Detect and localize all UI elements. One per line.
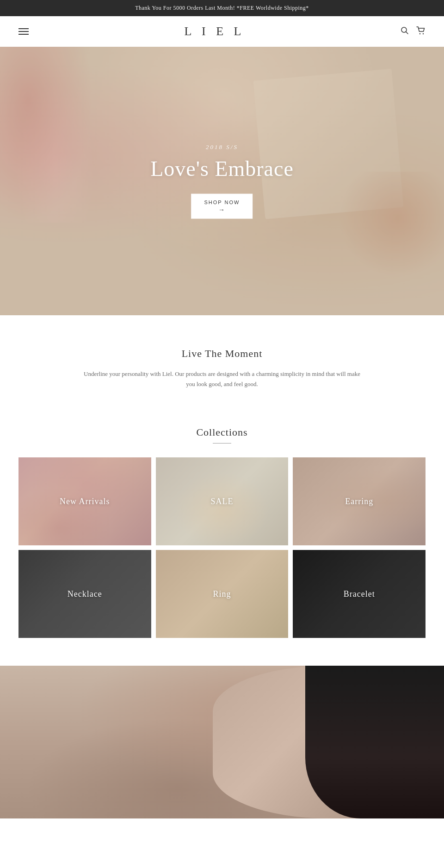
collection-label-new-arrivals: New Arrivals <box>18 457 151 545</box>
tagline-title: Live The Moment <box>18 348 426 360</box>
hero-title: Love's Embrace <box>150 156 294 181</box>
hamburger-line-2 <box>18 31 29 32</box>
header-right <box>401 26 426 37</box>
collections-grid: New Arrivals SALE Earring Necklace Ring <box>18 457 426 638</box>
hamburger-line-3 <box>18 34 29 35</box>
svg-point-3 <box>423 33 424 34</box>
banner-text: Thank You For 5000 Orders Last Month! *F… <box>135 5 309 11</box>
collections-title: Collections <box>18 426 426 438</box>
cart-icon[interactable] <box>416 26 426 37</box>
collection-item-earring[interactable]: Earring <box>293 457 426 545</box>
hamburger-line-1 <box>18 28 29 29</box>
hero-content: 2018 S/S Love's Embrace SHOP NOW → <box>150 144 294 219</box>
collection-label-bracelet: Bracelet <box>293 550 426 638</box>
tagline-description: Underline your personality with Liel. Ou… <box>83 369 361 389</box>
hamburger-menu-button[interactable] <box>18 28 29 35</box>
tagline-section: Live The Moment Underline your personali… <box>0 315 444 417</box>
top-banner: Thank You For 5000 Orders Last Month! *F… <box>0 0 444 16</box>
collections-section: Collections New Arrivals SALE Earring Ne… <box>0 417 444 666</box>
site-logo[interactable]: L I E L <box>29 25 401 38</box>
collections-divider <box>213 443 231 443</box>
collection-item-ring[interactable]: Ring <box>156 550 289 638</box>
svg-line-1 <box>406 32 408 34</box>
collection-item-bracelet[interactable]: Bracelet <box>293 550 426 638</box>
shop-now-label: SHOP NOW <box>204 200 240 205</box>
search-icon[interactable] <box>401 26 409 37</box>
collection-label-sale: SALE <box>156 457 289 545</box>
promo-hair-shape <box>305 666 444 818</box>
collection-label-necklace: Necklace <box>18 550 151 638</box>
collection-label-earring: Earring <box>293 457 426 545</box>
header-left <box>18 28 29 35</box>
site-header: L I E L <box>0 16 444 47</box>
shop-now-arrow: → <box>218 206 226 213</box>
hero-season: 2018 S/S <box>150 144 294 151</box>
collection-item-necklace[interactable]: Necklace <box>18 550 151 638</box>
shop-now-button[interactable]: SHOP NOW → <box>191 194 253 219</box>
svg-point-2 <box>419 33 420 34</box>
promo-section <box>0 666 444 818</box>
collection-item-new-arrivals[interactable]: New Arrivals <box>18 457 151 545</box>
collection-label-ring: Ring <box>156 550 289 638</box>
hero-section: 2018 S/S Love's Embrace SHOP NOW → <box>0 47 444 315</box>
collection-item-sale[interactable]: SALE <box>156 457 289 545</box>
